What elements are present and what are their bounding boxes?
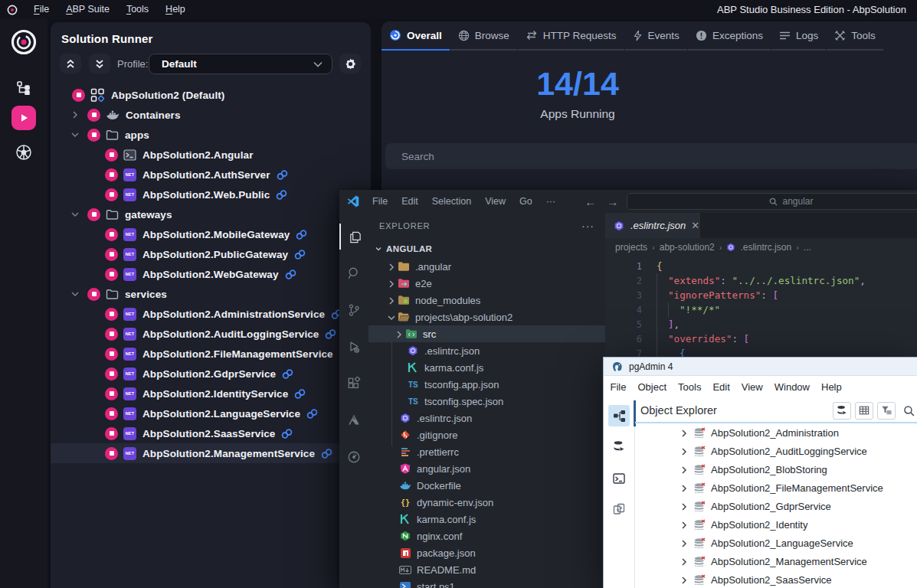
file--angular[interactable]: .angular bbox=[368, 258, 605, 275]
database-abpsolution2-blobstoring[interactable]: AbpSolution2_BlobStoring bbox=[635, 460, 917, 479]
chevron-right-icon[interactable] bbox=[680, 539, 687, 547]
running-indicator-icon[interactable] bbox=[105, 228, 118, 241]
database-abpsolution2-auditloggingservice[interactable]: AbpSolution2_AuditLoggingService bbox=[635, 442, 917, 460]
tab-browse[interactable]: Browse bbox=[450, 21, 517, 51]
chevron-down-icon[interactable] bbox=[70, 210, 80, 219]
pgadmin-menu-tools[interactable]: Tools bbox=[673, 381, 707, 393]
browse-link-icon[interactable] bbox=[324, 328, 337, 340]
files-icon[interactable] bbox=[339, 224, 368, 250]
running-indicator-icon[interactable] bbox=[105, 328, 118, 341]
database-abpsolution2-identity[interactable]: AbpSolution2_Identity bbox=[635, 515, 917, 534]
file-dynamic-env-json[interactable]: {}dynamic-env.json bbox=[368, 494, 605, 511]
running-indicator-icon[interactable] bbox=[105, 168, 118, 181]
browse-link-icon[interactable] bbox=[284, 269, 297, 280]
tree-item-abpsolution2-saasservice[interactable]: NETAbpSolution2.SaasService bbox=[51, 423, 371, 443]
file-karma-conf-js[interactable]: karma.conf.js bbox=[368, 359, 605, 376]
chevron-right-icon[interactable] bbox=[680, 429, 687, 436]
running-indicator-icon[interactable] bbox=[105, 387, 118, 400]
tree-item-abpsolution2-web-public[interactable]: NETAbpSolution2.Web.Public bbox=[51, 185, 371, 204]
code-area[interactable]: 1{2"extends": "../../.eslintrc.json",3"i… bbox=[605, 256, 917, 361]
running-indicator-icon[interactable] bbox=[105, 188, 118, 201]
tree-item-abpsolution2-gdprservice[interactable]: NETAbpSolution2.GdprService bbox=[51, 364, 371, 384]
tab-exceptions[interactable]: Exceptions bbox=[688, 21, 771, 51]
tree-item-abpsolution2-managementservice[interactable]: NETAbpSolution2.ManagementService bbox=[51, 443, 371, 463]
tree-item-abpsolution2-default-[interactable]: AbpSolution2 (Default) bbox=[51, 85, 371, 105]
profile-settings-button[interactable] bbox=[339, 54, 361, 74]
chevron-right-icon[interactable] bbox=[680, 521, 687, 528]
chevron-right-icon[interactable] bbox=[680, 447, 687, 455]
tree-item-abpsolution2-publicgateway[interactable]: NETAbpSolution2.PublicGateway bbox=[51, 244, 371, 264]
filter-button[interactable] bbox=[877, 402, 896, 420]
browse-link-icon[interactable] bbox=[295, 229, 308, 240]
azure-icon[interactable] bbox=[339, 407, 368, 433]
file-readme-md[interactable]: README.md bbox=[368, 561, 605, 578]
tree-item-services[interactable]: services bbox=[51, 284, 371, 304]
vscode-search-box[interactable]: angular bbox=[627, 193, 917, 210]
browse-link-icon[interactable] bbox=[280, 428, 293, 439]
tree-item-abpsolution2-auditloggingservice[interactable]: NETAbpSolution2.AuditLoggingService bbox=[51, 324, 371, 344]
database-abpsolution2-filemanagementservice[interactable]: AbpSolution2_FileManagementService bbox=[635, 479, 917, 497]
database-abpsolution2-gdprservice[interactable]: AbpSolution2_GdprService bbox=[635, 497, 917, 515]
search-icon[interactable] bbox=[339, 260, 368, 286]
file-package-json[interactable]: package.json bbox=[368, 544, 605, 561]
tree-item-abpsolution2-identityservice[interactable]: NETAbpSolution2.IdentityService bbox=[51, 384, 371, 403]
breadcrumb-item[interactable]: .eslintrc.json bbox=[740, 242, 791, 253]
browse-link-icon[interactable] bbox=[293, 388, 306, 400]
tree-item-abpsolution2-mobilegateway[interactable]: NETAbpSolution2.MobileGateway bbox=[51, 224, 371, 244]
tree-item-apps[interactable]: apps bbox=[51, 125, 371, 145]
collapse-all-button[interactable] bbox=[60, 54, 81, 74]
chevron-right-icon[interactable] bbox=[680, 502, 687, 510]
search-input[interactable]: Search bbox=[385, 143, 917, 169]
close-tab-icon[interactable]: ✕ bbox=[691, 220, 699, 231]
file-projects-abp-solution2[interactable]: projects\abp-solution2 bbox=[368, 309, 605, 325]
breadcrumb-item[interactable]: projects bbox=[615, 242, 647, 253]
tree-item-gateways[interactable]: gateways bbox=[51, 204, 371, 224]
running-indicator-icon[interactable] bbox=[105, 308, 118, 321]
vscode-menu-selection[interactable]: Selection bbox=[425, 196, 478, 207]
connect-server-button[interactable] bbox=[833, 402, 851, 420]
vscode-menu-file[interactable]: File bbox=[365, 196, 395, 207]
file--eslintrc-json[interactable]: .eslintrc.json bbox=[368, 342, 605, 359]
expand-all-button[interactable] bbox=[89, 54, 110, 74]
chevron-right-icon[interactable] bbox=[70, 110, 80, 119]
tree-item-containers[interactable]: Containers bbox=[51, 105, 371, 125]
running-indicator-icon[interactable] bbox=[105, 407, 118, 420]
tree-item-abpsolution2-angular[interactable]: AbpSolution2.Angular bbox=[51, 145, 371, 165]
file-e2e[interactable]: e2e bbox=[368, 275, 605, 292]
tree-item-abpsolution2-webgateway[interactable]: NETAbpSolution2.WebGateway bbox=[51, 264, 371, 284]
view-data-button[interactable] bbox=[855, 402, 873, 420]
breadcrumb-item[interactable]: abp-solution2 bbox=[660, 242, 715, 253]
file--prettierrc[interactable]: .prettierrc bbox=[368, 443, 605, 460]
tree-item-abpsolution2-filemanagementservice[interactable]: NETAbpSolution2.FileManagementService bbox=[51, 344, 371, 364]
schema-diff-icon[interactable] bbox=[608, 498, 630, 520]
running-indicator-icon[interactable] bbox=[72, 89, 85, 102]
nav-back-icon[interactable]: ← bbox=[579, 195, 601, 208]
nav-forward-icon[interactable]: → bbox=[601, 195, 624, 208]
pgadmin-menu-file[interactable]: File bbox=[604, 381, 632, 393]
running-indicator-icon[interactable] bbox=[87, 208, 100, 221]
search-objects-button[interactable] bbox=[899, 402, 917, 420]
tree-item-abpsolution2-languageservice[interactable]: NETAbpSolution2.LanguageService bbox=[51, 403, 371, 423]
object-explorer-tab-icon[interactable] bbox=[608, 405, 630, 426]
running-indicator-icon[interactable] bbox=[105, 348, 118, 361]
running-indicator-icon[interactable] bbox=[105, 368, 118, 381]
file-start-ps1[interactable]: start.ps1 bbox=[368, 578, 605, 588]
file--gitignore[interactable]: .gitignore bbox=[368, 426, 605, 443]
browse-link-icon[interactable] bbox=[320, 448, 333, 459]
kubernetes-icon[interactable] bbox=[11, 140, 36, 165]
tree-item-abpsolution2-administrationservice[interactable]: NETAbpSolution2.AdministrationService bbox=[51, 304, 371, 324]
file-tsconfig-spec-json[interactable]: TStsconfig.spec.json bbox=[368, 393, 605, 410]
pgadmin-menu-view[interactable]: View bbox=[735, 381, 768, 393]
chevron-right-icon[interactable] bbox=[680, 576, 687, 583]
file--eslintrc-json[interactable]: .eslintrc.json bbox=[368, 410, 605, 426]
database-abpsolution2-administration[interactable]: AbpSolution2_Administration bbox=[635, 423, 917, 442]
file-src[interactable]: src bbox=[368, 325, 605, 342]
running-indicator-icon[interactable] bbox=[105, 248, 118, 261]
browse-link-icon[interactable] bbox=[306, 408, 319, 420]
file-node-modules[interactable]: node_modules bbox=[368, 292, 605, 309]
vscode-menu-view[interactable]: View bbox=[478, 196, 513, 207]
database-abpsolution2-managementservice[interactable]: AbpSolution2_ManagementService bbox=[635, 552, 917, 570]
tab-overall[interactable]: Overall bbox=[382, 21, 450, 51]
file-dockerfile[interactable]: Dockerfile bbox=[368, 477, 605, 494]
tab-logs[interactable]: Logs bbox=[771, 21, 826, 51]
